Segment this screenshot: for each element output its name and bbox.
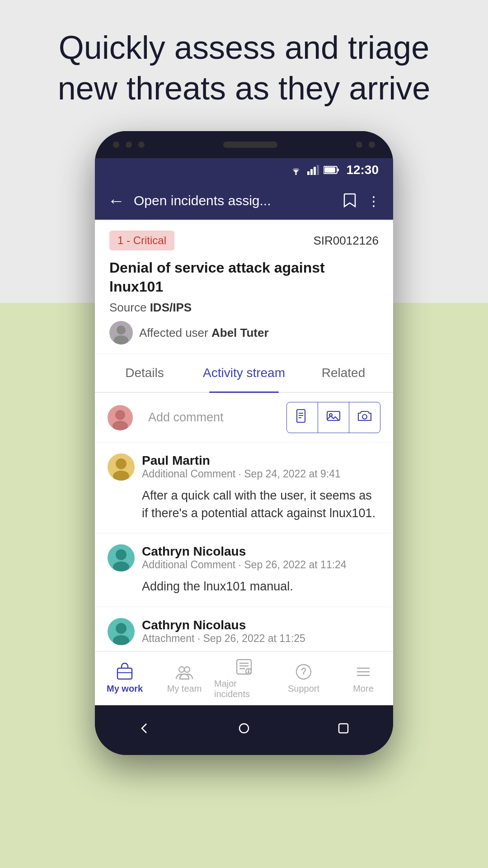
comment-camera-button[interactable] <box>349 402 380 433</box>
tab-details[interactable]: Details <box>95 354 194 392</box>
battery-icon <box>324 165 340 175</box>
svg-rect-1 <box>307 171 310 175</box>
comment-author-row-3: Cathryn Nicolaus Attachment · Sep 26, 20… <box>108 618 380 645</box>
android-home-btn[interactable] <box>236 720 252 740</box>
svg-point-16 <box>116 458 127 469</box>
tabs: Details Activity stream Related <box>95 354 393 393</box>
cathryn-comment-body: Adding the lnux101 manual. <box>108 578 380 595</box>
content-area: 1 - Critical SIR0012126 Denial of servic… <box>95 220 393 663</box>
svg-rect-3 <box>314 167 316 175</box>
notch-dot-5 <box>369 142 375 148</box>
notch-cameras <box>113 142 145 148</box>
svg-point-9 <box>114 335 128 344</box>
status-time: 12:30 <box>346 163 379 177</box>
comment-entry: Paul Martin Additional Comment · Sep 24,… <box>95 443 393 533</box>
priority-badge: 1 - Critical <box>109 231 174 250</box>
affected-user-row: Affected user Abel Tuter <box>109 321 379 344</box>
notch-dot-1 <box>113 142 119 148</box>
phone-frame: 12:30 ← Open incidents assig... ⋮ 1 - Cr… <box>95 131 393 755</box>
paul-comment-body: After a quick call with the user, it see… <box>108 487 380 522</box>
hero-text: Quickly assess and triage new threats as… <box>0 27 488 108</box>
my-work-icon <box>116 663 134 681</box>
comment-author-row: Paul Martin Additional Comment · Sep 24,… <box>108 453 380 481</box>
notch-dot-4 <box>356 142 362 148</box>
cathryn-meta: Additional Comment · Sep 26, 2022 at 11:… <box>142 559 380 571</box>
svg-point-15 <box>362 415 367 419</box>
paul-author-info: Paul Martin Additional Comment · Sep 24,… <box>142 453 380 480</box>
svg-point-10 <box>115 410 125 420</box>
svg-rect-7 <box>324 167 335 173</box>
svg-point-0 <box>295 173 297 175</box>
cathryn2-meta: Attachment · Sep 26, 2022 at 11:25 <box>142 632 380 645</box>
notch-dot-3 <box>138 142 145 148</box>
support-icon <box>295 663 313 681</box>
svg-rect-30 <box>339 724 348 733</box>
my-work-label: My work <box>107 684 143 694</box>
comment-action-buttons <box>286 402 380 433</box>
comment-author-row-2: Cathryn Nicolaus Additional Comment · Se… <box>108 544 380 571</box>
android-recents-btn[interactable] <box>335 720 352 740</box>
add-comment-input[interactable]: Add comment <box>140 404 279 431</box>
tab-activity-stream[interactable]: Activity stream <box>194 354 294 392</box>
more-label: More <box>353 684 374 694</box>
svg-point-29 <box>239 724 249 733</box>
major-incidents-label: Major incidents <box>214 679 274 699</box>
support-label: Support <box>288 684 319 694</box>
current-user-avatar <box>108 405 133 430</box>
cathryn2-avatar <box>108 618 135 645</box>
incident-top-row: 1 - Critical SIR0012126 <box>109 231 379 250</box>
paul-meta: Additional Comment · Sep 24, 2022 at 9:4… <box>142 468 380 480</box>
bottom-nav: My work My team Major incidents <box>95 651 393 705</box>
svg-rect-6 <box>337 169 339 171</box>
svg-point-23 <box>179 667 184 672</box>
nav-actions: ⋮ <box>343 193 380 209</box>
cathryn2-name: Cathryn Nicolaus <box>142 618 380 632</box>
activity-content: Add comment <box>95 393 393 662</box>
notch-cameras-right <box>356 142 375 148</box>
android-nav <box>95 705 393 755</box>
svg-point-17 <box>113 471 129 481</box>
incident-title: Denial of service attack against lnux101 <box>109 259 379 296</box>
nav-item-major-incidents[interactable]: Major incidents <box>214 651 274 705</box>
back-button[interactable]: ← <box>108 191 125 211</box>
svg-point-20 <box>116 623 127 634</box>
cathryn2-author-info: Cathryn Nicolaus Attachment · Sep 26, 20… <box>142 618 380 645</box>
tab-related[interactable]: Related <box>294 354 393 392</box>
cathryn-avatar <box>108 544 135 571</box>
affected-user-avatar <box>109 321 133 344</box>
signal-icon <box>307 165 319 175</box>
svg-point-24 <box>184 667 190 672</box>
incident-header: 1 - Critical SIR0012126 Denial of servic… <box>95 220 393 354</box>
paul-avatar <box>108 453 135 481</box>
comment-attach-image-button[interactable] <box>318 402 349 433</box>
svg-rect-22 <box>117 668 132 679</box>
nav-item-more[interactable]: More <box>333 651 393 705</box>
more-icon <box>354 663 372 681</box>
paul-name: Paul Martin <box>142 453 380 468</box>
bookmark-icon[interactable] <box>343 193 356 208</box>
more-menu-icon[interactable]: ⋮ <box>367 193 380 209</box>
comment-entry: Cathryn Nicolaus Additional Comment · Se… <box>95 533 393 607</box>
incident-source: Source IDS/IPS <box>109 301 379 315</box>
status-bar: 12:30 <box>95 158 393 182</box>
nav-item-support[interactable]: Support <box>274 651 333 705</box>
svg-point-21 <box>113 635 129 645</box>
svg-rect-4 <box>317 165 319 175</box>
my-team-icon <box>175 663 193 681</box>
incident-id: SIR0012126 <box>313 234 379 248</box>
svg-point-18 <box>116 549 127 560</box>
notch-speaker <box>223 142 277 148</box>
android-back-btn[interactable] <box>136 720 153 740</box>
phone-notch <box>95 131 393 158</box>
nav-title: Open incidents assig... <box>134 193 334 208</box>
svg-point-27 <box>248 672 249 673</box>
add-comment-row: Add comment <box>95 393 393 443</box>
svg-rect-2 <box>310 169 313 175</box>
svg-point-11 <box>113 421 128 430</box>
affected-user-text: Affected user Abel Tuter <box>139 326 269 340</box>
nav-item-my-work[interactable]: My work <box>95 651 155 705</box>
nav-item-my-team[interactable]: My team <box>155 651 214 705</box>
svg-point-19 <box>113 561 129 571</box>
status-icons <box>289 165 340 175</box>
comment-attach-doc-button[interactable] <box>287 402 318 433</box>
